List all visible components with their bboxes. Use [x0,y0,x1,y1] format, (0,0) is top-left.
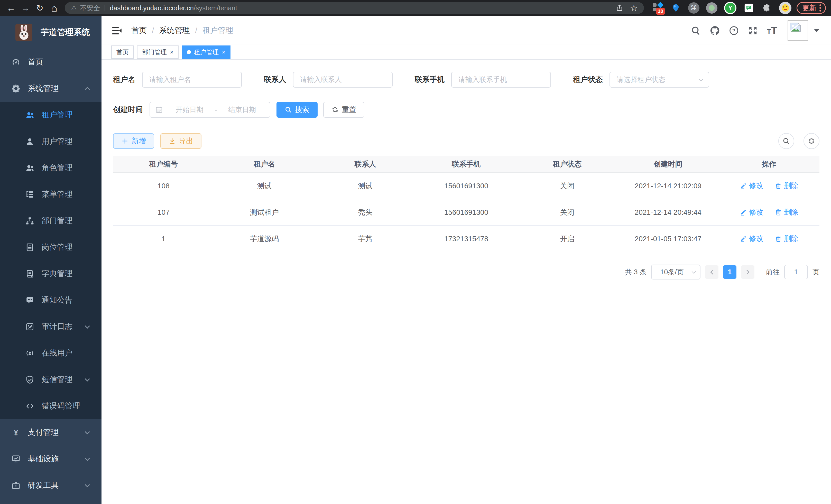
status-select[interactable]: 请选择租户状态 [609,72,709,88]
sidebar-item-label: 系统管理 [28,83,79,94]
sidebar-fold-icon[interactable] [111,25,122,36]
browser-home-icon[interactable]: ⌂ [48,2,60,14]
prev-page-button[interactable] [705,265,718,279]
fullscreen-icon[interactable] [748,26,758,35]
current-page-button[interactable]: 1 [723,265,737,279]
sidebar-menu-item[interactable]: 租户管理 [0,102,102,128]
bookmark-star-icon[interactable]: ☆ [630,3,638,13]
sidebar-item-label: 租户管理 [41,110,91,120]
avatar-broken-image[interactable] [787,20,808,41]
app-logo-rabbit-image [16,24,32,41]
sidebar-menu-item[interactable]: ¥ 支付管理 [0,419,102,446]
sidebar-menu-item[interactable]: 审计日志 [0,314,102,340]
app-logo-row[interactable]: 芋道管理系统 [0,16,102,49]
sidebar-menu-item[interactable]: 角色管理 [0,155,102,181]
tab-close-icon[interactable]: × [170,49,173,55]
sidebar-item-label: 菜单管理 [41,189,91,200]
download-icon [169,138,176,145]
start-date-placeholder: 开始日期 [167,105,212,114]
sidebar-menu-item[interactable]: 在线用户 [0,340,102,366]
add-button[interactable]: 新增 [113,133,154,149]
url-path: /system/tenant [194,4,237,12]
extensions-area: 10 ⌘ Y [652,2,792,14]
chat-extension-icon[interactable] [743,2,754,13]
sidebar-menu-item[interactable]: 错误码管理 [0,393,102,419]
y-extension-icon[interactable]: Y [724,2,737,14]
contact-input[interactable] [293,72,393,88]
command-extension-icon[interactable]: ⌘ [688,2,699,13]
filter-contact: 联系人 [264,72,393,88]
delete-link[interactable]: 删除 [775,181,798,190]
browser-update-button[interactable]: 更新 [797,2,826,14]
address-bar[interactable]: ⚠ 不安全 dashboard.yudao.iocoder.cn /system… [65,2,644,14]
sidebar-item-label: 字典管理 [41,268,91,279]
view-tab[interactable]: 首页 [111,46,134,59]
record-extension-icon[interactable] [706,2,717,13]
sidebar-item-label: 部门管理 [41,215,91,226]
dict-book-icon [25,269,35,278]
sidebar-item-label: 错误码管理 [41,401,91,411]
sidebar-menu-item[interactable]: 菜单管理 [0,181,102,208]
edit-link[interactable]: 修改 [740,181,764,190]
sidebar-menu-item[interactable]: 字典管理 [0,261,102,287]
browser-menu-kebab-icon[interactable] [820,4,821,11]
edit-link[interactable]: 修改 [740,207,764,217]
sidebar-menu-item[interactable]: 用户管理 [0,128,102,155]
extension-badge-icon[interactable]: 10 [652,2,663,13]
next-page-button[interactable] [741,265,754,279]
tab-close-icon[interactable]: × [222,49,225,55]
refresh-table-button[interactable] [803,133,820,149]
search-icon [285,106,292,113]
cell-status: 关闭 [517,199,618,226]
sidebar-menu-item[interactable]: 岗位管理 [0,234,102,261]
delete-link[interactable]: 删除 [775,207,798,217]
browser-back-icon[interactable]: ← [5,2,17,14]
search-button[interactable]: 搜索 [277,102,318,118]
devtool-briefcase-icon [11,481,21,490]
help-icon[interactable]: ? [729,26,739,35]
share-icon[interactable] [616,4,623,12]
cell-actions: 修改 删除 [718,173,820,199]
font-size-icon[interactable]: TT [767,25,777,36]
sidebar-menu-item[interactable]: 系统管理 [0,75,102,102]
reset-button[interactable]: 重置 [323,102,364,118]
breadcrumb-item[interactable]: 系统管理 [159,25,190,36]
tenant-name-input[interactable] [142,72,242,88]
chevron-icon [85,87,90,92]
url-host: dashboard.yudao.iocoder.cn [110,4,194,12]
emoji-extension-icon[interactable] [779,2,792,14]
view-tab[interactable]: 部门管理 × [137,46,179,59]
sidebar-menu-item[interactable]: 通知公告 [0,287,102,314]
cell-actions: 修改 删除 [718,226,820,252]
app-title: 芋道管理系统 [40,27,90,38]
puzzle-extension-icon[interactable] [761,2,772,13]
delete-link[interactable]: 删除 [775,234,798,243]
date-range-input[interactable]: 开始日期 - 结束日期 [149,102,270,118]
toggle-search-button[interactable] [778,133,794,149]
browser-reload-icon[interactable]: ↻ [34,2,46,14]
svg-text:?: ? [732,28,736,33]
sidebar-menu-item[interactable]: 研发工具 [0,472,102,499]
breadcrumb: 首页/系统管理/租户管理 [131,25,233,36]
sidebar-menu-item[interactable]: 短信管理 [0,366,102,393]
map-pin-extension-icon[interactable] [670,2,682,13]
view-tab[interactable]: 租户管理 × [182,46,230,59]
error-code-icon [25,402,35,411]
sidebar-menu-item[interactable]: 基础设施 [0,446,102,472]
header-search-icon[interactable] [691,26,701,35]
breadcrumb-item[interactable]: 首页 [131,25,147,36]
export-button[interactable]: 导出 [160,133,201,149]
avatar-dropdown-caret-icon[interactable] [814,29,820,32]
browser-chrome: ← → ↻ ⌂ ⚠ 不安全 dashboard.yudao.iocoder.cn… [0,0,831,16]
sidebar-item-label: 岗位管理 [41,242,91,253]
sidebar-menu-item[interactable]: 首页 [0,49,102,75]
browser-forward-icon[interactable]: → [20,2,31,14]
edit-link[interactable]: 修改 [740,234,764,243]
sidebar-menu-item[interactable]: 部门管理 [0,208,102,234]
cell-actions: 修改 删除 [718,199,820,226]
mobile-input[interactable] [451,72,551,88]
github-icon[interactable] [710,26,720,35]
status-select-placeholder: 请选择租户状态 [617,75,665,84]
goto-page-input[interactable] [784,265,808,279]
page-size-select[interactable]: 10条/页 [651,265,700,279]
